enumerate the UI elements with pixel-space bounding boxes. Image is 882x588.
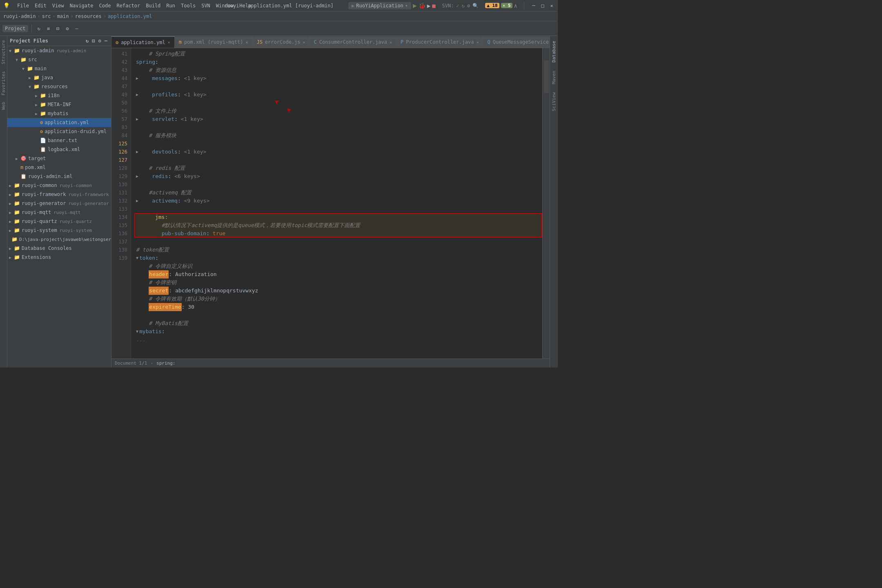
tree-item-target[interactable]: ▶ 🎯 target	[7, 154, 111, 163]
toolbar-btn-refresh[interactable]: ↻	[35, 25, 43, 32]
project-tree: ▼ 📁 ruoyi-admin ruoyi-admin ▼ 📁 src ▼ 📁 …	[7, 46, 111, 368]
tree-item-ruoyi-quartz[interactable]: ▶ 📁 ruoyi-quartz ruoyi-quartz	[7, 217, 111, 226]
tree-item-ruoyi-mqtt[interactable]: ▶ 📁 ruoyi-mqtt ruoyi-mqtt	[7, 208, 111, 217]
tree-item-ruoyi-admin[interactable]: ▼ 📁 ruoyi-admin ruoyi-admin	[7, 46, 111, 55]
run-config-selector[interactable]: ▶ RuoYiApplication ▾	[348, 2, 411, 9]
tab-close-errorcode-js[interactable]: ✕	[303, 40, 305, 45]
stop-button[interactable]: ■	[432, 2, 435, 9]
breadcrumb-part-2[interactable]: src	[42, 13, 51, 19]
breadcrumb-part-4[interactable]: resources	[75, 13, 102, 19]
right-sidebar: Database Maven SciView	[550, 36, 558, 368]
current-scope: spring:	[156, 361, 175, 366]
tab-close-producer[interactable]: ✕	[476, 40, 479, 45]
toolbar-btn-minimize[interactable]: —	[73, 25, 81, 32]
menu-code[interactable]: Code	[97, 2, 114, 9]
tab-bar: ⚙ application.yml ✕ m pom.xml (ruoyi-mqt…	[111, 36, 550, 48]
tree-item-ruoyi-generator[interactable]: ▶ 📁 ruoyi-generator ruoyi-generator	[7, 199, 111, 208]
tab-label-pom-xml: pom.xml (ruoyi-mqtt)	[184, 39, 243, 45]
breadcrumb-part-3[interactable]: main	[57, 13, 69, 19]
code-line-56: ▶ redis: <6 keys>	[136, 172, 542, 180]
code-line-135: # 令牌有效期（默认30分钟）	[136, 295, 542, 303]
settings-icon[interactable]: ⚙	[467, 3, 470, 9]
menu-tools[interactable]: Tools	[178, 2, 198, 9]
expand-icon[interactable]: ∧	[514, 2, 517, 9]
close-button[interactable]: ✕	[549, 3, 555, 9]
tree-item-ruoyi-system[interactable]: ▶ 📁 ruoyi-system ruoyi-system	[7, 226, 111, 235]
tab-close-consumer[interactable]: ✕	[390, 40, 392, 45]
favorites-tab[interactable]: Favorites	[0, 69, 7, 98]
tab-icon-yaml: ⚙	[116, 40, 118, 45]
tree-item-java[interactable]: ▶ 📁 java	[7, 73, 111, 82]
breadcrumb-sep-1: ›	[37, 13, 40, 19]
tree-item-pom-xml[interactable]: ▶ m pom.xml	[7, 163, 111, 172]
code-editor[interactable]: # Spring配置 spring: # 资源信息 ▶ messages: <1…	[131, 48, 542, 359]
menu-run[interactable]: Run	[164, 2, 178, 9]
run-coverage-button[interactable]: ▶	[427, 2, 430, 9]
sidebar-toolbar: ↻ ⊟ ⚙ —	[85, 38, 109, 44]
maximize-button[interactable]: □	[540, 3, 546, 9]
project-selector[interactable]: Project	[2, 25, 28, 32]
structure-tab[interactable]: Structure	[0, 38, 7, 67]
maven-tab[interactable]: Maven	[550, 67, 557, 87]
tree-item-application-druid[interactable]: ▶ ⚙ application-druid.yml	[7, 127, 111, 136]
sidebar-title: Project Files	[10, 38, 48, 44]
tree-item-mybatis[interactable]: ▶ 📁 mybatis	[7, 109, 111, 118]
tree-item-banner-txt[interactable]: ▶ 📄 banner.txt	[7, 136, 111, 145]
svn-update-icon: ↻	[462, 3, 465, 9]
errors-badge[interactable]: ✕ 5	[501, 3, 512, 8]
code-line-empty-4	[136, 140, 542, 148]
collapse-all-icon[interactable]: ⊟	[91, 38, 96, 44]
close-sidebar-icon[interactable]: —	[103, 38, 109, 44]
sync-icon[interactable]: ↻	[85, 38, 90, 44]
menu-view[interactable]: View	[50, 2, 67, 9]
search-icon[interactable]: 🔍	[472, 3, 479, 9]
toolbar-btn-equalizer[interactable]: ≡	[45, 25, 52, 32]
code-line-empty-5	[136, 156, 542, 164]
tree-item-logback-xml[interactable]: ▶ 📋 logback.xml	[7, 145, 111, 154]
tab-close-application-yml[interactable]: ✕	[168, 40, 170, 45]
menu-file[interactable]: File	[15, 2, 31, 9]
scrollbar-panel[interactable]	[542, 48, 550, 359]
tree-item-main[interactable]: ▼ 📁 main	[7, 64, 111, 73]
project-sidebar: Project Files ↻ ⊟ ⚙ — ▼ 📁 ruoyi-admin ru…	[7, 36, 111, 368]
menu-svn[interactable]: SVN	[199, 2, 213, 9]
tree-item-src[interactable]: ▼ 📁 src	[7, 55, 111, 64]
tree-item-application-yml[interactable]: ▶ ⚙ application.yml	[7, 118, 111, 127]
menu-build[interactable]: Build	[143, 2, 163, 9]
breadcrumb-part-5[interactable]: application.yml	[108, 13, 152, 19]
sciview-tab[interactable]: SciView	[550, 89, 557, 114]
tab-consumer-controller[interactable]: C ConsumerController.java ✕	[310, 36, 396, 48]
tree-item-meta-inf[interactable]: ▶ 📁 META-INF	[7, 100, 111, 109]
tab-queue-message-service[interactable]: Q QueueMessageService.java ✕	[483, 36, 550, 48]
tab-close-pom-xml[interactable]: ✕	[245, 40, 248, 45]
tree-item-iml[interactable]: ▶ 📋 ruoyi-admin.iml	[7, 172, 111, 181]
menu-navigate[interactable]: Navigate	[67, 2, 96, 9]
code-line-empty-7	[136, 205, 542, 213]
code-line-131: # 令牌自定义标识	[136, 262, 542, 270]
breadcrumb-part-1[interactable]: ruoyi-admin	[3, 13, 36, 19]
tree-item-external-dir[interactable]: ▶ 📁 D:\java-project\javaweb\weitongserv.…	[7, 235, 111, 244]
tree-item-i18n[interactable]: ▶ 📁 i18n	[7, 91, 111, 100]
code-line-41: # Spring配置	[136, 50, 542, 58]
tree-item-resources[interactable]: ▼ 📁 resources	[7, 82, 111, 91]
tab-pom-xml[interactable]: m pom.xml (ruoyi-mqtt) ✕	[175, 36, 253, 48]
tree-item-ruoyi-framework[interactable]: ▶ 📁 ruoyi-framework ruoyi-framework	[7, 190, 111, 199]
run-button[interactable]: ▶	[413, 2, 417, 9]
tree-item-extensions[interactable]: ▶ 📁 Extensions	[7, 253, 111, 262]
menu-edit[interactable]: Edit	[32, 2, 49, 9]
editor-status-bar: Document 1/1 › spring:	[111, 359, 550, 368]
tree-item-database-consoles[interactable]: ▶ 📁 Database Consoles	[7, 244, 111, 253]
tab-application-yml[interactable]: ⚙ application.yml ✕	[111, 36, 175, 48]
minimize-button[interactable]: ─	[531, 3, 537, 9]
tree-item-ruoyi-common[interactable]: ▶ 📁 ruoyi-common ruoyi-common	[7, 181, 111, 190]
settings-icon[interactable]: ⚙	[97, 38, 102, 44]
tab-producer-controller[interactable]: P ProducerController.java ✕	[396, 36, 483, 48]
menu-refactor[interactable]: Refactor	[114, 2, 143, 9]
web-tab[interactable]: Web	[0, 99, 7, 112]
tab-errorcode-js[interactable]: JS errorCode.js ✕	[252, 36, 310, 48]
toolbar-btn-collapse[interactable]: ⊟	[54, 25, 62, 32]
warnings-badge[interactable]: ▲ 18	[485, 3, 499, 8]
toolbar-btn-settings[interactable]: ⚙	[63, 25, 71, 32]
database-tab[interactable]: Database	[550, 38, 557, 66]
debug-button[interactable]: 🐞	[419, 2, 425, 9]
